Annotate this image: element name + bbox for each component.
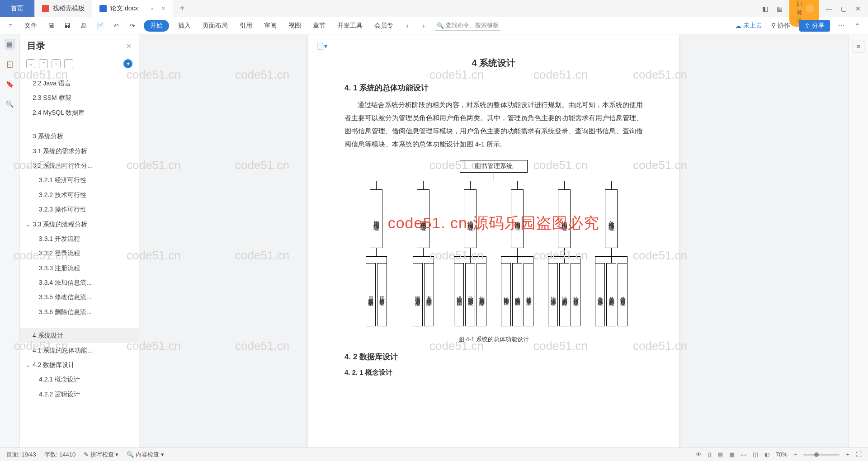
toc-item[interactable]: ⌄4.2 数据库设计 <box>20 358 139 372</box>
tab-dev[interactable]: 开发工具 <box>335 20 365 32</box>
tab-member[interactable]: 会员专 <box>372 20 396 32</box>
diagram-module: 轮播图管理 <box>511 189 524 248</box>
undo-icon[interactable]: ↶ <box>111 21 121 31</box>
side-by-side-icon[interactable]: ◫ <box>753 451 758 458</box>
expand-all-icon[interactable]: ⌃ <box>39 59 48 68</box>
command-search[interactable]: 🔍 查找命令、搜索模板 <box>435 20 500 31</box>
toc-item[interactable]: 4.2.1 概念设计 <box>20 372 139 386</box>
zoom-out-icon[interactable]: − <box>794 451 797 458</box>
toc-item[interactable]: 4.1 系统的总体功能... <box>20 343 139 358</box>
word-count[interactable]: 字数: 14410 <box>44 451 75 459</box>
toc-close-icon[interactable]: ✕ <box>126 42 132 50</box>
toc-item[interactable]: ⌄3.2 系统的可行性分... <box>20 158 139 173</box>
diagram-leaf: 图书信息添加 <box>413 263 423 326</box>
collapse-icon[interactable]: ⌃ <box>853 21 863 31</box>
spell-check[interactable]: ✎ 拼写检查 ▾ <box>84 451 118 459</box>
fullscreen-icon[interactable]: ⛶ <box>856 451 862 458</box>
outline-icon[interactable]: ▤ <box>5 39 15 50</box>
add-tab-button[interactable]: + <box>173 3 191 14</box>
property-panel-icon[interactable]: ≡ <box>853 41 864 52</box>
diagram-module: 公告信息管理 <box>605 189 618 248</box>
toc-item[interactable]: 2.2 Java 语言 <box>20 76 139 90</box>
toc-item[interactable]: 3.2.3 操作可行性 <box>20 202 139 216</box>
mode-icon[interactable]: ◐ <box>764 451 769 458</box>
close-icon[interactable]: × <box>161 5 165 13</box>
tab-reference[interactable]: 引用 <box>237 20 255 32</box>
tab-review[interactable]: 审阅 <box>261 20 279 32</box>
apps-icon[interactable]: ▦ <box>775 5 784 12</box>
tab-home[interactable]: 首页 <box>0 0 35 17</box>
layout-icon[interactable]: ◧ <box>760 5 769 12</box>
tab-insert[interactable]: 插入 <box>175 20 193 32</box>
zoom-in-icon[interactable]: + <box>846 451 849 458</box>
tab-layout[interactable]: 页面布局 <box>200 20 231 32</box>
view-web-icon[interactable]: ▦ <box>729 451 735 458</box>
toc-item[interactable]: 4.2.2 逻辑设计 <box>20 387 139 401</box>
diagram-leaf: 用户信息新增 <box>366 263 376 326</box>
content-check[interactable]: 🔍 内容检查 ▾ <box>127 451 164 459</box>
minimize-icon[interactable]: — <box>825 5 834 12</box>
toc-item[interactable]: 3.2.1 经济可行性 <box>20 173 139 187</box>
toc-item[interactable]: 4 系统设计 <box>20 328 139 343</box>
more-icon[interactable]: ⋯ <box>836 21 846 31</box>
view-outline-icon[interactable]: ▤ <box>717 451 723 458</box>
close-window-icon[interactable]: ✕ <box>854 5 863 12</box>
toc-item[interactable]: 2.4 MySQL 数据库 <box>20 105 139 120</box>
tab-chapter[interactable]: 章节 <box>310 20 328 32</box>
search-icon[interactable]: 🔍 <box>5 99 15 109</box>
nav-right-icon[interactable]: › <box>419 21 429 31</box>
maximize-icon[interactable]: ▢ <box>839 5 848 12</box>
menu-icon[interactable]: ≡ <box>5 21 15 31</box>
toc-item[interactable]: 2.3 SSM 框架 <box>20 90 139 105</box>
toc-toolbar: ⌄ ⌃ + − ✦ <box>20 57 139 73</box>
toc-item[interactable]: ⌄3.3 系统的流程分析 <box>20 217 139 231</box>
ribbon: ≡ 文件 🖫 🖬 🖶 📄 ↶ ↷ 开始 插入 页面布局 引用 审阅 视图 章节 … <box>0 17 868 34</box>
clipboard-icon[interactable]: 📋 <box>5 59 15 70</box>
diagram-module: 论坛信息管理 <box>558 189 571 248</box>
save-icon[interactable]: 🖫 <box>46 21 56 31</box>
page-options-icon[interactable]: 📄▾ <box>316 42 327 50</box>
toc-item[interactable]: 3.3.1 开发流程 <box>20 231 139 246</box>
template-icon <box>42 5 49 12</box>
tab-template[interactable]: 找稻壳模板 <box>35 0 92 17</box>
eye-icon[interactable]: 👁 <box>696 451 702 458</box>
add-level-icon[interactable]: + <box>52 59 61 68</box>
tab-start[interactable]: 开始 <box>144 20 169 32</box>
print-icon[interactable]: 🖶 <box>79 21 89 31</box>
file-menu[interactable]: 文件 <box>22 20 40 32</box>
toc-item[interactable]: 3.1 系统的需求分析 <box>20 144 139 158</box>
toc-item[interactable]: 3.3.2 登录流程 <box>20 246 139 260</box>
heading-2: 4. 1 系统的总体功能设计 <box>344 83 643 93</box>
toc-item[interactable]: 3.3.3 注册流程 <box>20 261 139 275</box>
preview-icon[interactable]: 📄 <box>95 21 105 31</box>
tab-window-icon[interactable]: ▫ <box>151 5 153 12</box>
left-sidebar: ▤ 📋 🔖 🔍 <box>0 34 20 447</box>
toc-item[interactable]: 3.3.6 删除信息流... <box>20 305 139 319</box>
bookmark-icon[interactable]: 🔖 <box>5 79 15 89</box>
ai-icon[interactable]: ✦ <box>123 59 132 68</box>
view-read-icon[interactable]: ▭ <box>741 451 746 458</box>
toc-item[interactable]: 3.2.2 技术可行性 <box>20 188 139 202</box>
remove-level-icon[interactable]: − <box>64 59 73 68</box>
toc-item[interactable]: 3.3.4 添加信息流... <box>20 275 139 290</box>
zoom-level[interactable]: 70% <box>776 451 788 458</box>
tab-document[interactable]: 论文.docx▫× <box>92 0 173 17</box>
diagram-leaf: 轮播图删除 <box>512 263 522 326</box>
toc-item[interactable]: 3.3.5 修改信息流... <box>20 290 139 304</box>
document-canvas[interactable]: 📄▾ 4 系统设计 4. 1 系统的总体功能设计 通过结合系统分析阶段的相关内容… <box>139 34 848 447</box>
saveas-icon[interactable]: 🖬 <box>62 21 72 31</box>
toc-item[interactable]: 3 系统分析 <box>20 129 139 143</box>
share-button[interactable]: ⇪ 分享 <box>799 20 830 32</box>
diagram-leaf: 公告信息修改 <box>595 263 605 326</box>
cloud-status[interactable]: ☁ 未上云 <box>735 22 762 30</box>
redo-icon[interactable]: ↷ <box>127 21 137 31</box>
collab-button[interactable]: ⚲ 协作 <box>769 20 793 32</box>
view-page-icon[interactable]: ▯ <box>708 451 711 458</box>
word-icon <box>99 5 107 12</box>
zoom-slider[interactable] <box>803 454 840 456</box>
nav-left-icon[interactable]: ‹ <box>402 21 412 31</box>
page-indicator[interactable]: 页面: 19/43 <box>6 451 36 459</box>
collapse-all-icon[interactable]: ⌄ <box>26 59 35 68</box>
tab-view[interactable]: 视图 <box>286 20 304 32</box>
diagram-leaf: 借阅信息删除 <box>476 263 486 326</box>
